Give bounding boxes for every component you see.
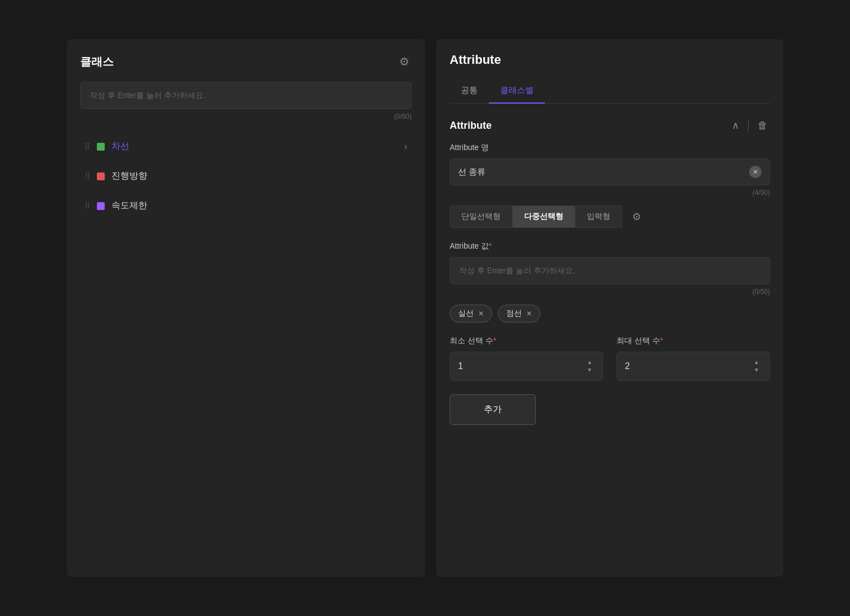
max-select-group: 최대 선택 수* 2 ▲ ▼ [617,336,770,381]
min-spin-up[interactable]: ▲ [585,359,595,366]
tag-remove-button[interactable]: ✕ [526,310,532,318]
value-input-placeholder: 작성 후 Enter를 눌러 추가하세요. [459,266,575,275]
section-actions: ∧ 🗑 [730,117,770,134]
list-item[interactable]: ⠿ 진행방향 [80,161,412,191]
chevron-right-icon: › [404,142,407,152]
left-header: 클래스 ⚙ [80,53,412,71]
tag-item: 점선 ✕ [498,305,540,323]
max-select-input[interactable]: 2 ▲ ▼ [617,352,770,381]
attribute-name-label: Attribute 명 [450,143,770,153]
multi-select-button[interactable]: 다중선택형 [512,206,575,228]
list-item[interactable]: ⠿ 속도제한 [80,191,412,221]
drag-handle-icon: ⠿ [85,142,90,151]
max-select-value: 2 [625,361,630,371]
tag-remove-button[interactable]: ✕ [478,310,484,318]
left-settings-button[interactable]: ⚙ [397,53,412,71]
class-item-name: 차선 [111,141,404,152]
trash-icon: 🗑 [758,120,768,131]
close-icon: ✕ [753,168,758,176]
input-type-button[interactable]: 입력형 [575,206,622,228]
tab-bar: 공통 클래스별 [450,78,770,104]
required-star: * [660,336,663,345]
type-settings-button[interactable]: ⚙ [629,207,644,226]
right-panel: Attribute 공통 클래스별 Attribute ∧ 🗑 [436,39,783,577]
section-title-text: Attribute [450,120,492,132]
value-char-count: (0/50) [450,288,770,296]
clear-name-button[interactable]: ✕ [749,166,762,178]
name-char-count: (4/50) [450,189,770,197]
attribute-name-value: 선 종류 [458,167,485,178]
left-panel-title: 클래스 [80,54,114,69]
tab-common[interactable]: 공통 [450,78,489,104]
min-select-group: 최소 선택 수* 1 ▲ ▼ [450,336,603,381]
divider [748,120,749,131]
required-star: * [489,241,492,250]
class-item-name: 진행방향 [111,170,407,182]
right-header: Attribute [450,53,770,67]
min-select-value: 1 [458,361,463,371]
class-count: (0/50) [80,113,412,120]
class-color-dot [97,172,105,180]
add-button-container: 추가 [450,394,770,425]
single-select-button[interactable]: 단일선택형 [450,206,512,228]
tag-label: 점선 [506,309,522,319]
tag-label: 실선 [458,309,474,319]
delete-attribute-button[interactable]: 🗑 [755,118,770,134]
class-item-name: 속도제한 [111,200,407,212]
tag-item: 실선 ✕ [450,305,492,323]
class-input-placeholder: 작성 후 Enter를 눌러 추가하세요. [90,91,206,100]
attribute-section: Attribute ∧ 🗑 Attribute 명 선 종류 ✕ [450,117,770,425]
class-add-input[interactable]: 작성 후 Enter를 눌러 추가하세요. [80,82,412,109]
attribute-value-input[interactable]: 작성 후 Enter를 눌러 추가하세요. [450,257,770,284]
left-panel: 클래스 ⚙ 작성 후 Enter를 눌러 추가하세요. (0/50) ⠿ 차선 … [67,39,425,577]
drag-handle-icon: ⠿ [85,172,90,181]
collapse-button[interactable]: ∧ [730,117,741,134]
select-count-row: 최소 선택 수* 1 ▲ ▼ 최대 선택 수* 2 [450,336,770,381]
min-select-label: 최소 선택 수* [450,336,603,346]
min-select-input[interactable]: 1 ▲ ▼ [450,352,603,381]
drag-handle-icon: ⠿ [85,202,90,211]
page-title: Attribute [450,53,770,67]
list-item[interactable]: ⠿ 차선 › [80,132,412,161]
class-color-dot [97,143,105,151]
tab-class-specific[interactable]: 클래스별 [489,78,545,104]
gear-icon: ⚙ [399,55,409,68]
class-color-dot [97,202,105,210]
attribute-name-input[interactable]: 선 종류 ✕ [450,158,770,185]
type-button-group: 단일선택형 다중선택형 입력형 ⚙ [450,206,770,228]
add-attribute-button[interactable]: 추가 [450,394,536,425]
max-spin-buttons: ▲ ▼ [751,359,762,374]
max-spin-up[interactable]: ▲ [751,359,762,366]
attribute-value-label: Attribute 값* [450,241,770,251]
min-spin-buttons: ▲ ▼ [585,359,595,374]
required-star: * [493,336,496,345]
chevron-up-icon: ∧ [732,120,739,131]
max-select-label: 최대 선택 수* [617,336,770,346]
class-list: ⠿ 차선 › ⠿ 진행방향 ⠿ 속도제한 [80,132,412,221]
gear-icon: ⚙ [632,211,641,222]
max-spin-down[interactable]: ▼ [751,367,762,374]
section-header: Attribute ∧ 🗑 [450,117,770,134]
attribute-tags: 실선 ✕ 점선 ✕ [450,305,770,323]
min-spin-down[interactable]: ▼ [585,367,595,374]
